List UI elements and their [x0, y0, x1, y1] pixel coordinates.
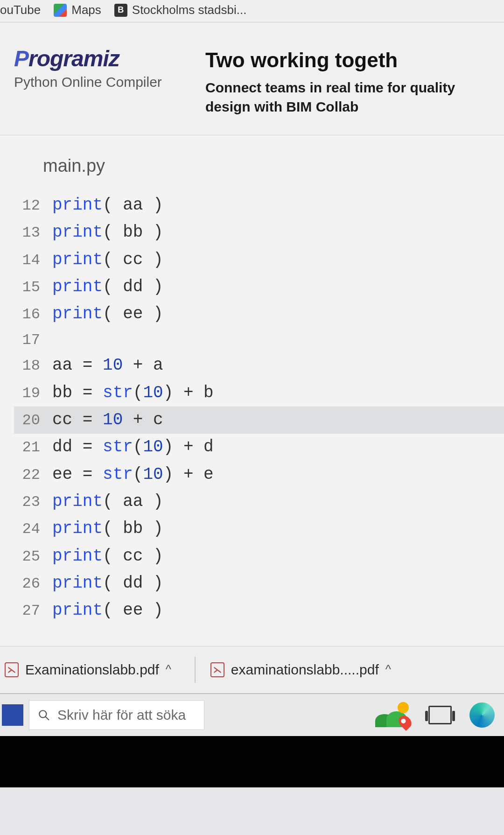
bookmark-label: Maps [71, 3, 101, 17]
taskbar: Skriv här för att söka [0, 693, 504, 736]
code-content: aa = 10 + a [52, 352, 163, 379]
line-number: 25 [16, 545, 52, 569]
code-content: print( cc ) [52, 246, 163, 274]
code-line[interactable]: 21dd = str(10) + d [14, 434, 504, 461]
code-line[interactable]: 14print( cc ) [14, 246, 504, 274]
code-content: print( bb ) [52, 515, 163, 542]
code-content: print( dd ) [52, 570, 163, 597]
chevron-up-icon[interactable]: ^ [166, 662, 180, 677]
pdf-icon: ⋋ [210, 662, 224, 677]
code-line[interactable]: 23print( aa ) [14, 488, 504, 515]
bookmark-label: ouTube [0, 3, 41, 17]
taskbar-search[interactable]: Skriv här för att söka [29, 700, 204, 730]
line-number: 16 [16, 302, 52, 327]
line-number: 26 [16, 572, 52, 596]
code-content: print( ee ) [52, 597, 163, 624]
code-line[interactable]: 19bb = str(10) + b [14, 379, 504, 407]
pdf-icon: ⋋ [5, 662, 19, 677]
code-line[interactable]: 17 [14, 328, 504, 352]
code-line[interactable]: 20cc = 10 + c [14, 407, 504, 434]
code-line[interactable]: 18aa = 10 + a [14, 352, 504, 379]
code-content: print( bb ) [52, 219, 163, 246]
line-number: 13 [16, 221, 52, 245]
screen-bezel [0, 736, 504, 787]
code-area[interactable]: 12print( aa )13print( bb )14print( cc )1… [14, 192, 504, 624]
download-item[interactable]: ⋋ examinationslabb.....pdf ^ [210, 662, 399, 678]
line-number: 15 [16, 275, 52, 300]
code-line[interactable]: 12print( aa ) [14, 192, 504, 219]
code-line[interactable]: 22ee = str(10) + e [14, 461, 504, 488]
code-line[interactable]: 13print( bb ) [14, 219, 504, 246]
code-line[interactable]: 26print( dd ) [14, 570, 504, 597]
bookmark-stockholms[interactable]: B Stockholms stadsbi... [114, 3, 247, 17]
bookmark-youtube[interactable]: ouTube [0, 3, 41, 17]
ad-title: Two working togeth [205, 49, 504, 72]
code-line[interactable]: 15print( dd ) [14, 274, 504, 301]
weather-widget[interactable] [373, 702, 414, 728]
line-number: 24 [16, 517, 52, 541]
chevron-up-icon[interactable]: ^ [385, 662, 399, 677]
maps-icon [54, 4, 67, 17]
code-line[interactable]: 16print( ee ) [14, 301, 504, 328]
line-number: 23 [16, 490, 52, 514]
code-content: bb = str(10) + b [52, 379, 214, 407]
download-item[interactable]: ⋋ Examinationslabb.pdf ^ [5, 662, 180, 678]
line-number: 19 [16, 381, 52, 406]
line-number: 22 [16, 463, 52, 487]
line-number: 21 [16, 435, 52, 460]
edge-browser-icon[interactable] [469, 702, 495, 728]
page-header: Programiz Python Online Compiler Two wor… [0, 22, 504, 135]
line-number: 20 [16, 408, 52, 433]
svg-point-0 [39, 710, 46, 717]
line-number: 27 [16, 599, 52, 623]
line-number: 17 [16, 328, 52, 352]
line-number: 14 [16, 248, 52, 273]
library-icon: B [114, 4, 127, 17]
brand-logo-p: P [14, 46, 28, 71]
bookmark-label: Stockholms stadsbi... [132, 3, 247, 17]
divider [195, 657, 196, 683]
code-editor[interactable]: main.py 12print( aa )13print( bb )14prin… [0, 135, 504, 646]
code-line[interactable]: 27print( ee ) [14, 597, 504, 624]
brand-logo-rest: rogramiz [28, 46, 119, 71]
code-content: print( cc ) [52, 543, 163, 570]
code-content: dd = str(10) + d [52, 434, 214, 461]
line-number: 18 [16, 354, 52, 378]
download-filename: examinationslabb.....pdf [231, 662, 379, 678]
bookmarks-bar: ouTube Maps B Stockholms stadsbi... [0, 0, 504, 22]
code-line[interactable]: 24print( bb ) [14, 515, 504, 542]
download-filename: Examinationslabb.pdf [25, 662, 159, 678]
svg-line-1 [45, 716, 49, 720]
bookmark-maps[interactable]: Maps [54, 3, 101, 17]
task-view-button[interactable] [428, 706, 452, 724]
brand-subtitle: Python Online Compiler [14, 74, 205, 90]
search-icon [38, 709, 50, 721]
ad-body: Connect teams in real time for quality d… [205, 78, 504, 116]
code-content: cc = 10 + c [52, 407, 163, 434]
code-content: print( aa ) [52, 488, 163, 515]
brand-logo[interactable]: Programiz [14, 46, 205, 71]
advertisement[interactable]: Two working togeth Connect teams in real… [205, 46, 504, 116]
start-button[interactable] [2, 704, 23, 726]
code-content: print( aa ) [52, 192, 163, 219]
code-line[interactable]: 25print( cc ) [14, 543, 504, 570]
downloads-bar: ⋋ Examinationslabb.pdf ^ ⋋ examinationsl… [0, 646, 504, 693]
code-content: print( dd ) [52, 274, 163, 301]
editor-filename: main.py [14, 154, 504, 192]
search-placeholder: Skriv här för att söka [57, 707, 186, 723]
line-number: 12 [16, 194, 52, 218]
code-content: print( ee ) [52, 301, 163, 328]
code-content: ee = str(10) + e [52, 461, 214, 488]
